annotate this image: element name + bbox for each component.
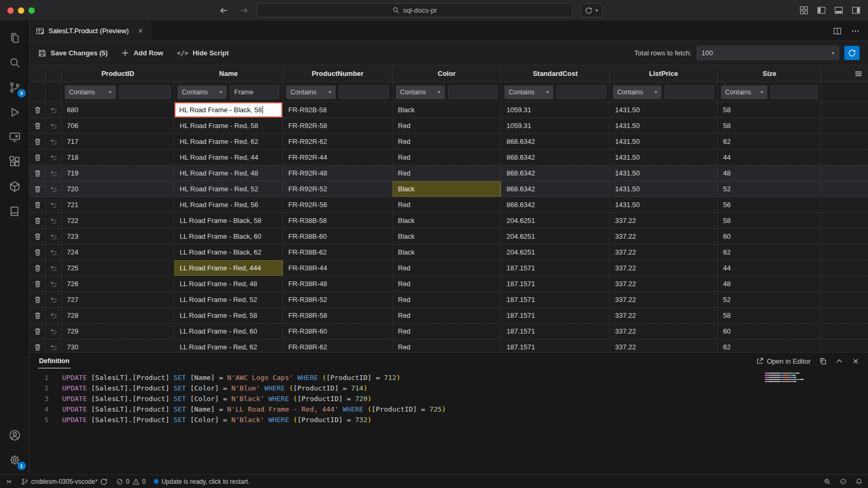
cell-color[interactable]: Red bbox=[393, 197, 501, 212]
cell-name[interactable]: LL Road Frame - Red, 444 bbox=[174, 260, 283, 276]
cell-product-number[interactable]: FR-R92R-52 bbox=[283, 181, 393, 197]
cell-size[interactable]: 44 bbox=[718, 260, 822, 276]
activitybar-item-remote-explorer[interactable] bbox=[2, 124, 27, 149]
activitybar-item-settings[interactable]: 1 bbox=[2, 447, 27, 472]
activitybar-item-run-debug[interactable] bbox=[2, 100, 27, 124]
cell-standard-cost[interactable]: 868.6342 bbox=[501, 134, 610, 149]
cell-size[interactable]: 62 bbox=[718, 339, 822, 352]
cell-name[interactable]: LL Road Frame - Red, 48 bbox=[174, 276, 283, 291]
revert-row-button[interactable] bbox=[46, 165, 62, 181]
cell-product-number[interactable]: FR-R38B-62 bbox=[283, 245, 393, 260]
revert-row-button[interactable] bbox=[46, 134, 62, 149]
cell-product-id[interactable]: 723 bbox=[62, 229, 174, 244]
cell-list-price[interactable]: 337.22 bbox=[610, 292, 718, 307]
add-row-button[interactable]: Add Row bbox=[121, 49, 163, 57]
filter-value-input[interactable] bbox=[339, 85, 389, 99]
activitybar-item-database-projects[interactable] bbox=[2, 174, 27, 199]
column-header-standardcost[interactable]: StandardCost bbox=[501, 65, 610, 82]
cell-standard-cost[interactable]: 1059.31 bbox=[501, 118, 610, 133]
cell-product-id[interactable]: 727 bbox=[62, 292, 174, 307]
filter-value-input[interactable] bbox=[119, 85, 171, 99]
revert-row-button[interactable] bbox=[46, 339, 62, 352]
cell-standard-cost[interactable]: 204.6251 bbox=[501, 245, 610, 260]
cell-color[interactable]: Red bbox=[393, 276, 501, 291]
cell-name[interactable]: LL Road Frame - Red, 58 bbox=[174, 308, 283, 323]
filter-operator-select[interactable]: Contains▾ bbox=[721, 85, 767, 99]
cell-size[interactable]: 60 bbox=[718, 324, 822, 339]
update-ready-status[interactable]: Update is ready, click to restart. bbox=[154, 478, 249, 485]
toggle-secondary-sidebar-button[interactable] bbox=[852, 6, 861, 15]
cell-size[interactable]: 52 bbox=[718, 292, 822, 307]
filter-operator-select[interactable]: Contains▾ bbox=[178, 85, 227, 99]
cell-product-number[interactable]: FR-R92R-62 bbox=[283, 134, 393, 149]
delete-row-button[interactable] bbox=[30, 308, 46, 323]
delete-row-button[interactable] bbox=[30, 118, 46, 133]
revert-row-button[interactable] bbox=[46, 181, 62, 197]
cell-product-number[interactable]: FR-R38R-58 bbox=[283, 308, 393, 323]
cell-product-number[interactable]: FR-R38R-44 bbox=[283, 260, 393, 276]
cell-product-number[interactable]: FR-R38R-62 bbox=[283, 339, 393, 352]
close-window-button[interactable] bbox=[7, 7, 14, 14]
cell-name[interactable]: LL Road Frame - Red, 62 bbox=[174, 339, 283, 352]
zoom-window-button[interactable] bbox=[28, 7, 35, 14]
filter-operator-select[interactable]: Contains▾ bbox=[613, 85, 661, 99]
sync-dropdown-button[interactable]: ▾ bbox=[580, 3, 603, 17]
delete-row-button[interactable] bbox=[30, 102, 46, 118]
cell-name[interactable]: LL Road Frame - Red, 52 bbox=[174, 292, 283, 307]
revert-row-button[interactable] bbox=[46, 260, 62, 276]
cell-list-price[interactable]: 337.22 bbox=[610, 229, 718, 244]
revert-row-button[interactable] bbox=[46, 197, 62, 212]
cell-color[interactable]: Red bbox=[393, 308, 501, 323]
save-changes-button[interactable]: Save Changes (5) bbox=[38, 49, 108, 57]
cell-product-number[interactable]: FR-R92R-56 bbox=[283, 197, 393, 212]
cell-list-price[interactable]: 1431.50 bbox=[610, 134, 718, 149]
total-rows-input[interactable] bbox=[701, 49, 828, 57]
cell-product-number[interactable]: FR-R92B-58 bbox=[283, 102, 393, 118]
cell-product-id[interactable]: 680 bbox=[62, 102, 174, 118]
cell-list-price[interactable]: 337.22 bbox=[610, 213, 718, 228]
activitybar-item-search[interactable] bbox=[2, 50, 27, 75]
cell-product-number[interactable]: FR-R38R-48 bbox=[283, 276, 393, 291]
cell-list-price[interactable]: 337.22 bbox=[610, 324, 718, 339]
delete-row-button[interactable] bbox=[30, 292, 46, 307]
activitybar-item-explorer[interactable] bbox=[2, 25, 27, 50]
cell-standard-cost[interactable]: 868.6342 bbox=[501, 150, 610, 165]
cell-product-id[interactable]: 721 bbox=[62, 197, 174, 212]
delete-row-button[interactable] bbox=[30, 339, 46, 352]
branch-status[interactable]: croblesm-0305-vscode* bbox=[21, 478, 108, 485]
filter-value-input[interactable] bbox=[557, 85, 607, 99]
cell-color[interactable]: Red bbox=[393, 150, 501, 165]
cell-size[interactable]: 44 bbox=[718, 150, 822, 165]
copilot-button[interactable] bbox=[840, 478, 847, 485]
cell-name[interactable]: HL Road Frame - Black, 58 bbox=[174, 102, 283, 118]
cell-color[interactable]: Black bbox=[393, 213, 501, 228]
cell-product-id[interactable]: 720 bbox=[62, 181, 174, 197]
cell-standard-cost[interactable]: 187.1571 bbox=[501, 339, 610, 352]
cell-size[interactable]: 58 bbox=[718, 213, 822, 228]
delete-row-button[interactable] bbox=[30, 165, 46, 181]
revert-row-button[interactable] bbox=[46, 308, 62, 323]
cell-size[interactable]: 62 bbox=[718, 134, 822, 149]
cell-product-id[interactable]: 728 bbox=[62, 308, 174, 323]
revert-row-button[interactable] bbox=[46, 229, 62, 244]
cell-size[interactable]: 60 bbox=[718, 229, 822, 244]
filter-value-input[interactable] bbox=[230, 85, 280, 99]
cell-standard-cost[interactable]: 868.6342 bbox=[501, 197, 610, 212]
cell-product-number[interactable]: FR-R38B-58 bbox=[283, 213, 393, 228]
filter-value-input[interactable] bbox=[771, 85, 818, 99]
cell-product-id[interactable]: 726 bbox=[62, 276, 174, 291]
cell-color[interactable]: Red bbox=[393, 118, 501, 133]
column-header-productnumber[interactable]: ProductNumber bbox=[283, 65, 393, 82]
cell-list-price[interactable]: 1431.50 bbox=[610, 197, 718, 212]
cell-standard-cost[interactable]: 868.6342 bbox=[501, 181, 610, 197]
cell-name[interactable]: HL Road Frame - Red, 44 bbox=[174, 150, 283, 165]
cell-standard-cost[interactable]: 187.1571 bbox=[501, 292, 610, 307]
column-menu-icon[interactable] bbox=[854, 70, 863, 78]
cell-product-id[interactable]: 706 bbox=[62, 118, 174, 133]
cell-name[interactable]: LL Road Frame - Black, 62 bbox=[174, 245, 283, 260]
forward-button[interactable] bbox=[237, 6, 251, 15]
filter-value-input[interactable] bbox=[665, 85, 714, 99]
revert-row-button[interactable] bbox=[46, 150, 62, 165]
remote-indicator[interactable] bbox=[5, 478, 13, 485]
filter-operator-select[interactable]: Contains▾ bbox=[65, 85, 116, 99]
